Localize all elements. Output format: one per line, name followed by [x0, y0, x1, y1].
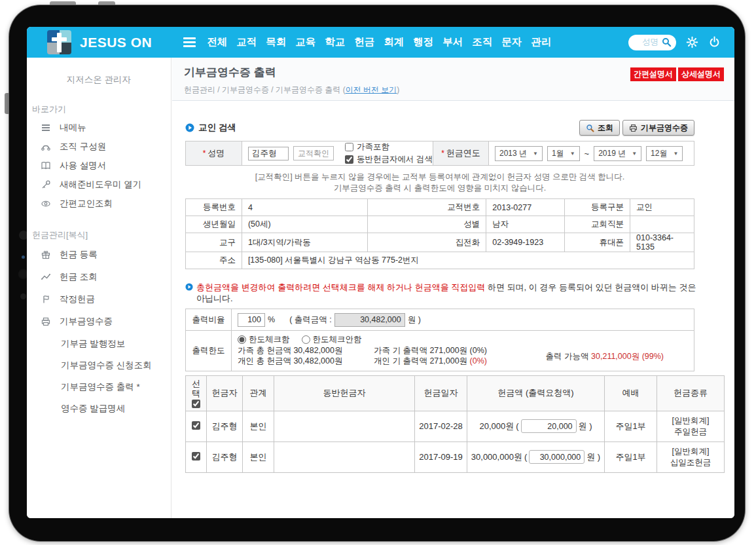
companion-search-checkbox[interactable]: [345, 155, 353, 164]
jesus-on-logo-icon: [47, 30, 71, 54]
member-search-section-title: 교인 검색: [185, 122, 236, 134]
detail-manual-badge[interactable]: 상세설명서: [678, 67, 724, 81]
manual-badges: 간편설명서 상세설명서: [630, 67, 724, 81]
donor-cell: 김주형: [207, 442, 243, 472]
member-search-form: *성명 교적확인 가족포함 동반헌금자에서 검색: [185, 141, 694, 166]
eye-icon: [41, 198, 51, 209]
position-label: 교회직분: [565, 216, 630, 233]
family-total: 가족 총 헌금액 30,482,000원: [238, 345, 374, 356]
nav-item-교육[interactable]: 교육: [295, 35, 315, 49]
search-notice: [교적확인] 버튼을 누르지 않을 경우에는 교적부 등록여부에 관계없이 헌금…: [185, 172, 694, 194]
grid-header-row: 선택 헌금자 관계 동반헌금자 헌금일자 헌금액 (출력요청액) 예배 헌금종류: [186, 375, 725, 411]
nav-item-행정[interactable]: 행정: [413, 35, 433, 49]
table-row: 주소 [135-080] 서울특별시 강남구 역삼동 775-2번지: [186, 252, 694, 269]
date-cell: 2017-02-28: [415, 411, 467, 442]
org-icon: [41, 141, 51, 152]
hamburger-menu-icon[interactable]: [183, 35, 196, 49]
chevron-down-icon: ▼: [632, 151, 637, 157]
request-amount-input[interactable]: [521, 419, 577, 433]
sidebar-item-donation-inquiry[interactable]: 헌금 조회: [27, 266, 171, 288]
select-all-checkbox[interactable]: [192, 400, 200, 408]
year-from-select[interactable]: 2013 년▼: [495, 146, 543, 161]
nav-item-회계[interactable]: 회계: [384, 35, 404, 49]
sidebar-item-my-menu[interactable]: 내메뉴: [27, 118, 171, 137]
month-from-select[interactable]: 1월▼: [547, 146, 580, 161]
col-date: 헌금일자: [415, 375, 467, 411]
sidebar-subitem-request-inquiry[interactable]: 기부금영수증 신청조회: [27, 354, 171, 376]
relation-cell: 본인: [243, 442, 274, 472]
menu-icon: [41, 122, 51, 133]
member-info-table: 등록번호 4 교적번호 2013-0277 등록구분 교인 생년월일 (50세)…: [185, 198, 694, 269]
available-amount: 출력 가능액 30,211,000원 (99%): [546, 351, 664, 362]
limit-check-radio[interactable]: [238, 335, 246, 344]
name-input[interactable]: [248, 147, 289, 160]
limit-nocheck-option[interactable]: 한도체크안함: [302, 334, 362, 345]
sidebar-subitem-receipt-print-active[interactable]: 기부금영수증 출력 *: [27, 376, 171, 398]
home-phone-value: 02-3949-1923: [486, 233, 565, 252]
relation-cell: 본인: [243, 411, 274, 442]
record-verify-button[interactable]: 교적확인: [293, 146, 334, 160]
companion-search-option[interactable]: 동반헌금자에서 검색: [345, 154, 433, 165]
sidebar-subitem-issue-detail[interactable]: 영수증 발급명세: [27, 398, 171, 419]
name-search-input[interactable]: 성명: [628, 35, 676, 50]
logout-power-icon[interactable]: [708, 36, 721, 48]
query-button[interactable]: 조회: [579, 120, 620, 136]
reg-type-value: 교인: [630, 199, 694, 216]
receipt-print-button[interactable]: 기부금영수증: [622, 120, 694, 136]
type-cell: [일반회계]주일헌금: [657, 411, 725, 442]
sidebar-item-quick-member-search[interactable]: 간편교인조회: [27, 194, 171, 213]
birth-value: (50세): [242, 216, 367, 233]
sidebar-item-org-members[interactable]: 조직 구성원: [27, 137, 171, 156]
previous-version-link[interactable]: 이전 버전 보기: [346, 85, 397, 94]
year-to-select[interactable]: 2019 년▼: [594, 146, 641, 161]
table-row: 등록번호 4 교적번호 2013-0277 등록구분 교인: [186, 199, 694, 216]
sidebar-item-donation-register[interactable]: 헌금 등록: [27, 244, 171, 266]
admin-label: 지저스온 관리자: [27, 74, 171, 86]
sidebar-item-pledge-donation[interactable]: 작정헌금: [27, 288, 171, 310]
month-to-select[interactable]: 12월▼: [646, 146, 683, 161]
mobile-value: 010-3364-5135: [630, 233, 694, 252]
request-amount-input[interactable]: [529, 450, 585, 464]
reg-type-label: 등록구분: [565, 199, 630, 216]
print-ratio-input[interactable]: [238, 313, 265, 327]
family-include-option[interactable]: 가족포함: [345, 141, 433, 153]
sidebar-subitem-issue-info[interactable]: 기부금 발행정보: [27, 333, 171, 354]
worship-cell: 주일1부: [605, 442, 657, 472]
gender-value: 남자: [486, 216, 565, 233]
nav-item-관리[interactable]: 관리: [531, 35, 551, 49]
nav-item-부서[interactable]: 부서: [442, 35, 463, 49]
row-select-checkbox[interactable]: [192, 452, 200, 460]
sidebar-item-user-manual[interactable]: 사용 설명서: [27, 156, 171, 175]
flag-icon: [41, 294, 51, 305]
col-type: 헌금종류: [657, 375, 725, 411]
nav-item-학교[interactable]: 학교: [325, 35, 345, 49]
simple-manual-badge[interactable]: 간편설명서: [630, 67, 676, 81]
personal-printed: 개인 기 출력액 271,000원 (0%): [374, 356, 487, 367]
gender-label: 성별: [367, 216, 486, 233]
key-icon: [41, 179, 51, 190]
sidebar-item-donation-receipt[interactable]: 기부금영수증: [27, 310, 171, 333]
nav-item-전체[interactable]: 전체: [207, 35, 227, 49]
nav-item-문자[interactable]: 문자: [501, 35, 522, 49]
table-row: 생년월일 (50세) 성별 남자 교회직분: [186, 216, 694, 233]
sidebar-item-newyear-helper[interactable]: 새해준비도우미 열기: [27, 175, 171, 194]
nav-item-조직[interactable]: 조직: [472, 35, 492, 49]
table-row: 김주형 본인 2017-02-28 20,000원 ( 원 ) 주일1부: [186, 411, 725, 442]
search-icon: [586, 124, 594, 132]
settings-gear-icon[interactable]: [686, 36, 698, 48]
family-include-checkbox[interactable]: [345, 143, 353, 151]
row-select-checkbox[interactable]: [192, 421, 200, 430]
family-printed: 가족 기 출력액 271,000원 (0%): [374, 345, 487, 356]
printer-icon: [629, 124, 638, 132]
limit-check-option[interactable]: 한도체크함: [238, 334, 290, 345]
screen: JESUS ON 전체 교적 목회 교육 학교 헌금 회계 행정 부서 조직 문…: [27, 27, 734, 518]
limit-nocheck-radio[interactable]: [302, 335, 310, 344]
nav-item-목회[interactable]: 목회: [266, 35, 286, 49]
nav-item-교적[interactable]: 교적: [236, 35, 257, 49]
district-label: 교구: [186, 233, 242, 252]
birth-label: 생년월일: [186, 216, 242, 233]
type-cell: [일반회계]십일조헌금: [657, 442, 725, 472]
search-icon[interactable]: [662, 37, 672, 47]
printer-icon: [41, 316, 51, 327]
nav-item-헌금[interactable]: 헌금: [354, 35, 374, 49]
